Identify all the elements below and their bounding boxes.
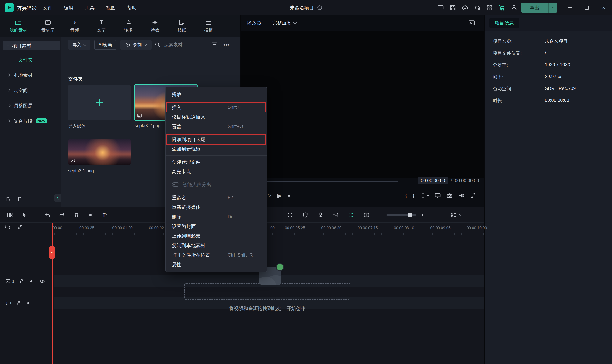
step-forward-icon[interactable]: ▷ bbox=[268, 193, 271, 198]
search-input[interactable] bbox=[163, 42, 200, 48]
tab-stickers[interactable]: 贴纸 bbox=[168, 15, 195, 37]
account-icon[interactable] bbox=[511, 4, 517, 11]
sidebar-item-folder[interactable]: 文件夹 bbox=[3, 55, 60, 64]
close-button[interactable]: × bbox=[595, 0, 612, 15]
zoom-slider-knob[interactable] bbox=[408, 213, 413, 217]
snapshot-camera-icon[interactable] bbox=[446, 193, 453, 198]
sidebar-item-cloud-space[interactable]: 云空间 bbox=[3, 86, 60, 95]
mark-out-icon[interactable]: } bbox=[413, 193, 414, 198]
store-cart-icon[interactable] bbox=[499, 4, 505, 11]
zoom-slider[interactable] bbox=[386, 214, 416, 216]
menu-tools[interactable]: 工具 bbox=[85, 5, 94, 11]
play-icon[interactable]: ▶ bbox=[277, 192, 282, 199]
plugins-icon[interactable] bbox=[486, 4, 493, 11]
lock-track-icon[interactable] bbox=[16, 300, 21, 305]
link-clips-icon[interactable] bbox=[17, 224, 23, 230]
volume-icon[interactable] bbox=[458, 193, 465, 198]
more-options-icon[interactable]: ••• bbox=[223, 42, 229, 47]
track-view-switch[interactable] bbox=[451, 207, 462, 223]
marker-icon[interactable] bbox=[302, 212, 308, 218]
menu-item-overwrite[interactable]: 覆盖Shift+O bbox=[166, 122, 267, 131]
add-text-icon[interactable]: T bbox=[103, 212, 108, 218]
add-media-plus-icon[interactable]: + bbox=[276, 263, 284, 271]
import-button[interactable]: 导入 bbox=[68, 40, 90, 50]
save-icon[interactable] bbox=[450, 4, 456, 11]
minimize-button[interactable] bbox=[562, 0, 579, 15]
app-logo-icon[interactable] bbox=[5, 3, 14, 12]
second-screen-icon[interactable] bbox=[435, 193, 441, 198]
fullscreen-icon[interactable] bbox=[470, 193, 476, 198]
tab-project-info[interactable]: 项目信息 bbox=[489, 18, 519, 28]
quality-dropdown[interactable]: 完整画质 bbox=[273, 20, 296, 26]
menu-file[interactable]: 文件 bbox=[43, 5, 52, 11]
ai-paint-button[interactable]: AI绘画 bbox=[94, 40, 116, 50]
menu-item-open-file-location[interactable]: 打开文件所在位置Ctrl+Shift+R bbox=[166, 250, 267, 260]
beat-detection-icon[interactable] bbox=[348, 212, 354, 218]
workspace-icon[interactable] bbox=[437, 4, 444, 11]
mute-track-icon[interactable] bbox=[29, 278, 35, 284]
pointer-tool-icon[interactable] bbox=[21, 212, 27, 218]
collapse-sidebar-button[interactable] bbox=[54, 194, 62, 202]
range-select-icon[interactable] bbox=[5, 224, 10, 230]
export-dropdown[interactable] bbox=[548, 3, 558, 13]
speed-ramp-icon[interactable] bbox=[364, 212, 370, 218]
redo-icon[interactable] bbox=[59, 212, 65, 218]
sidebar-item-local-media[interactable]: 本地素材 bbox=[3, 70, 60, 79]
menu-item-create-proxy[interactable]: 创建代理文件 bbox=[166, 157, 267, 167]
menu-item-insert-target-track[interactable]: 仅目标轨道插入 bbox=[166, 112, 267, 122]
media-view-icon[interactable] bbox=[7, 212, 13, 218]
restore-button[interactable] bbox=[579, 0, 595, 15]
undo-icon[interactable] bbox=[44, 212, 51, 218]
lock-track-icon[interactable] bbox=[19, 279, 24, 284]
mute-track-icon[interactable] bbox=[26, 300, 32, 306]
menu-item-properties[interactable]: 属性 bbox=[166, 260, 267, 269]
export-button[interactable]: 导出 bbox=[521, 3, 558, 13]
voiceover-mic-icon[interactable] bbox=[318, 212, 324, 218]
menu-item-add-to-new-track[interactable]: 添加到新轨道 bbox=[166, 144, 267, 154]
menu-item-play[interactable]: 播放 bbox=[166, 90, 267, 99]
mark-in-icon[interactable]: { bbox=[405, 193, 407, 198]
import-media-tile[interactable] bbox=[68, 85, 131, 120]
timeline-drop-zone[interactable] bbox=[184, 283, 350, 299]
zoom-out-icon[interactable]: − bbox=[379, 212, 382, 218]
menu-item-append-to-project-end[interactable]: 附加到项目末尾 bbox=[166, 135, 267, 144]
sidebar-item-adjustment-layer[interactable]: 调整图层 bbox=[3, 101, 60, 110]
audio-mixer-icon[interactable] bbox=[333, 212, 339, 218]
tab-stock-media[interactable]: 素材库 bbox=[34, 15, 61, 37]
menu-item-set-as-cover[interactable]: 设置为封面 bbox=[166, 221, 267, 231]
tab-transition[interactable]: 转场 bbox=[115, 15, 142, 37]
cloud-upload-icon[interactable] bbox=[462, 4, 468, 11]
stop-icon[interactable]: ■ bbox=[288, 193, 290, 198]
playhead-line[interactable] bbox=[52, 223, 52, 364]
hide-track-icon[interactable] bbox=[39, 278, 45, 284]
new-folder-icon[interactable] bbox=[6, 195, 13, 202]
menu-item-copy-to-local[interactable]: 复制到本地素材 bbox=[166, 241, 267, 250]
sidebar-item-compound-clip[interactable]: 复合片段 NEW bbox=[3, 116, 60, 126]
tab-my-media[interactable]: 我的素材 bbox=[2, 15, 34, 37]
zoom-in-icon[interactable]: + bbox=[421, 212, 424, 218]
tab-audio[interactable]: ♪ 音频 bbox=[61, 15, 88, 37]
playhead-handle[interactable]: ‹‹ bbox=[49, 246, 55, 259]
seek-bar[interactable] bbox=[247, 181, 398, 182]
delete-folder-icon[interactable] bbox=[18, 195, 25, 202]
menu-item-rename[interactable]: 重命名F2 bbox=[166, 193, 267, 202]
filter-icon[interactable] bbox=[211, 42, 217, 48]
menu-item-insert[interactable]: 插入Shift+I bbox=[166, 103, 267, 112]
tab-effects[interactable]: 特效 bbox=[142, 15, 168, 37]
menu-item-delete[interactable]: 删除Del bbox=[166, 212, 267, 221]
render-preview-icon[interactable] bbox=[287, 212, 293, 218]
split-scissors-icon[interactable] bbox=[88, 212, 94, 218]
menu-view[interactable]: 视图 bbox=[106, 5, 116, 11]
tab-text[interactable]: T 文字 bbox=[88, 15, 115, 37]
menu-help[interactable]: 帮助 bbox=[127, 5, 137, 11]
menu-item-relink-media[interactable]: 重新链接媒体 bbox=[166, 202, 267, 212]
menu-item-upload-to-cloud[interactable]: 上传到喵影云 bbox=[166, 231, 267, 241]
delete-clip-icon[interactable] bbox=[73, 212, 79, 218]
media-tile-septa3-1[interactable] bbox=[68, 139, 131, 165]
preview-image-icon[interactable] bbox=[468, 20, 475, 26]
record-button[interactable]: 录制 bbox=[120, 40, 152, 50]
support-headset-icon[interactable] bbox=[474, 4, 481, 11]
menu-item-highlight-beat[interactable]: 高光卡点 bbox=[166, 167, 267, 176]
sidebar-item-project-media[interactable]: 项目素材 bbox=[3, 40, 60, 51]
menu-edit[interactable]: 编辑 bbox=[64, 5, 73, 11]
